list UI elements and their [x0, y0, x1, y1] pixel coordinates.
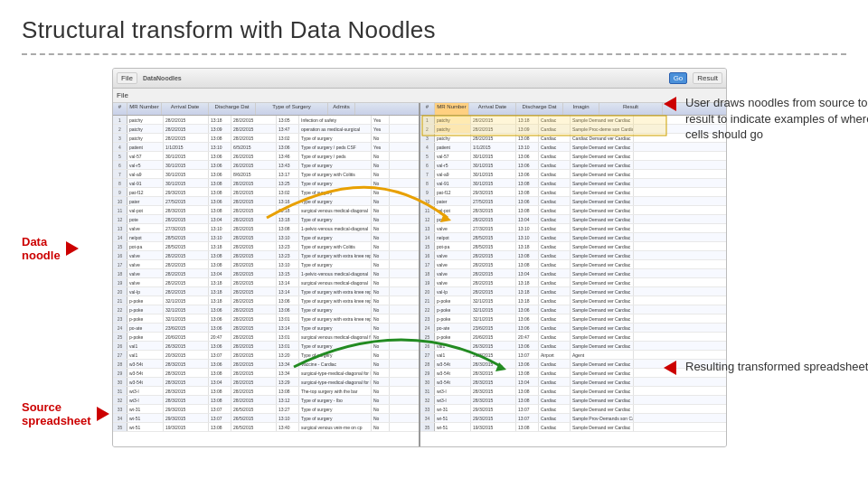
cell-row-num: 7	[113, 170, 127, 178]
cell-r-result: Sample Prov-Demands son Cardiac	[571, 414, 634, 422]
cell-r-row-num: 25	[420, 333, 435, 341]
cell-r-arrival: 28/2/2015	[471, 251, 516, 259]
cell-r-imaging: Cardiac	[539, 324, 571, 332]
cell-r-arrival: 23/6/2015	[471, 324, 516, 332]
cell-mr: p-poke	[127, 296, 164, 305]
cell-discharge-date: 28/2/2015	[231, 305, 277, 314]
cell-discharge-time: 13:14	[277, 287, 299, 296]
cell-r-row-num: 9	[420, 188, 435, 196]
cell-r-row-num: 28	[420, 360, 435, 368]
cell-mr: val-lp	[127, 287, 164, 296]
cell-r-mr: w3-54t	[435, 360, 471, 368]
cell-r-mr: val-r5	[435, 161, 471, 169]
cell-r-time: 13:08	[516, 251, 539, 259]
cell-r-time: 13:08	[516, 369, 539, 377]
cell-arrival-time: 13:18	[209, 242, 231, 250]
cell-discharge-time: 13:02	[277, 134, 299, 142]
cell-r-time: 13:18	[516, 116, 539, 124]
cell-r-imaging: Cardiac	[539, 143, 571, 151]
cell-row-num: 20	[113, 287, 127, 296]
cell-r-time: 13:10	[516, 224, 539, 232]
cell-mr: pat-f12	[127, 188, 164, 196]
cell-discharge-date: 28/2/2015	[231, 233, 277, 241]
cell-r-arrival: 32/1/2015	[471, 305, 516, 314]
cell-r-result: Sample Demand ver Cardiac	[571, 342, 634, 350]
cell-r-time: 13:06	[516, 161, 539, 169]
cell-admits: No	[372, 324, 390, 332]
cell-r-imaging: Cardiac	[539, 333, 571, 341]
cell-discharge-time: 13:06	[277, 296, 299, 305]
cell-r-time: 13:06	[516, 152, 539, 160]
col-r-result: Result	[599, 103, 663, 115]
file-menu[interactable]: File	[117, 72, 137, 84]
cell-r-result: Sample Demand ver Cardiac	[571, 333, 634, 341]
cell-r-result: Sample Demand ver Cardiac	[571, 369, 634, 377]
cell-arrival-date: 32/1/2015	[164, 296, 209, 305]
cell-admits: No	[372, 251, 390, 259]
cell-mr: patchy	[127, 116, 164, 124]
cell-mr: val-r5	[127, 161, 164, 169]
cell-discharge-time: 13:43	[277, 161, 299, 169]
cell-arrival-date: 20/3/2015	[164, 351, 209, 359]
cell-arrival-time: 13:08	[209, 369, 231, 377]
cell-arrival-time: 13:08	[209, 260, 231, 268]
cell-discharge-time: 13:15	[277, 269, 299, 277]
cell-arrival-date: 28/2/2015	[164, 125, 209, 133]
cell-r-row-num: 18	[420, 269, 435, 277]
cell-r-row-num: 22	[420, 305, 435, 314]
cell-discharge-date: 28/2/2015	[231, 360, 277, 368]
cell-r-imaging: Cardiac	[539, 305, 571, 314]
cell-r-result: Sample Demand ver Cardiac	[571, 206, 634, 214]
cell-admits: Yes	[372, 143, 390, 151]
cell-r-imaging: Cardiac	[539, 179, 571, 187]
cell-r-time: 13:18	[516, 278, 539, 286]
cell-r-result: Sample Demand ver Cardiac	[571, 233, 634, 241]
cell-surgery-type: Type of surgery	[299, 188, 372, 196]
table-row: 34 wt-51 29/3/2015 13:07 26/5/2015 13:10…	[113, 414, 419, 423]
cell-discharge-date: 28/2/2015	[231, 342, 277, 350]
cell-arrival-time: 13:18	[209, 287, 231, 296]
cell-r-result: Sample Demand ver Cardiac	[571, 179, 634, 187]
cell-discharge-date: 28/2/2015	[231, 251, 277, 259]
cell-arrival-date: 28/3/2015	[164, 396, 209, 404]
cell-r-result: Sample Demand ver Cardiac	[571, 278, 634, 286]
page-container: Structural transform with Data Noodles D…	[0, 0, 868, 488]
cell-row-num: 10	[113, 197, 127, 205]
menu-file[interactable]: File	[117, 91, 128, 99]
content-area: Datanoodle Sourcespreadsheet File DataNo…	[22, 68, 846, 456]
cell-arrival-time: 13:08	[209, 387, 231, 395]
cell-arrival-time: 13:06	[209, 360, 231, 368]
cell-arrival-date: 29/3/2015	[164, 405, 209, 413]
annotation-top-arrow	[664, 97, 676, 111]
table-row: 16 valve 28/2/2015 13:08 28/2/2015 13:23…	[113, 251, 419, 260]
cell-surgery-type: Type of surgery with Colitis	[299, 242, 372, 250]
cell-r-imaging: Cardiac	[539, 242, 571, 250]
table-row: 15 pot-pa 28/5/2015 13:18 28/2/2015 13:2…	[113, 242, 419, 251]
cell-mr: patchy	[127, 134, 164, 142]
cell-r-row-num: 27	[420, 351, 435, 359]
cell-admits: Yes	[372, 116, 390, 124]
cell-arrival-time: 13:08	[209, 251, 231, 259]
cell-discharge-time: 13:47	[277, 125, 299, 133]
table-row: 24 po-ate 23/6/2015 13:06 28/2/2015 13:1…	[113, 324, 419, 333]
cell-arrival-time: 13:07	[209, 351, 231, 359]
cell-row-num: 17	[113, 260, 127, 268]
cell-r-result: Sample Demand ver Cardiac	[571, 188, 634, 196]
cell-r-imaging: Cardiac	[539, 296, 571, 305]
cell-surgery-type: Type of surgery with extra knee replacem…	[299, 251, 372, 259]
cell-r-arrival: 28/2/2015	[471, 215, 516, 223]
cell-discharge-date: 28/2/2015	[231, 224, 277, 232]
cell-row-num: 24	[113, 324, 127, 332]
cell-r-row-num: 8	[420, 179, 435, 187]
cell-r-row-num: 11	[420, 206, 435, 214]
cell-surgery-type: Type of surgery	[299, 215, 372, 223]
cell-row-num: 31	[113, 387, 127, 395]
cell-r-imaging: Cardiac	[539, 396, 571, 404]
cell-discharge-date: 26/2/2015	[231, 161, 277, 169]
cell-arrival-time: 13:09	[209, 125, 231, 133]
cell-r-result: Sample Demand ver Cardiac	[571, 143, 634, 151]
cell-mr: pot-pa	[127, 242, 164, 250]
cell-r-imaging: Cardiac	[539, 287, 571, 296]
col-arrival: Arrival Date	[162, 103, 209, 115]
cell-mr: wt3-l	[127, 387, 164, 395]
